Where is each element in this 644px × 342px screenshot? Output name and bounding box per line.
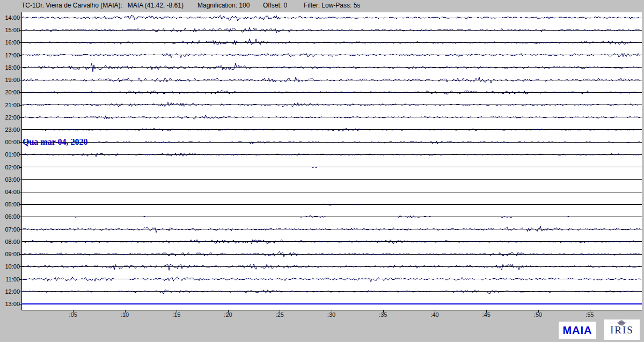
time-label-10:00: 10:00 <box>0 263 20 270</box>
row-tick <box>19 105 21 106</box>
maia-station-logo: MAIA <box>559 322 596 339</box>
minute-tick <box>538 310 539 313</box>
time-label-06:00: 06:00 <box>0 213 20 220</box>
row-tick <box>19 55 21 56</box>
time-label-15:00: 15:00 <box>0 27 20 34</box>
time-label-05:00: 05:00 <box>0 201 20 208</box>
row-tick <box>19 42 21 43</box>
time-label-20:00: 20:00 <box>0 89 20 96</box>
row-tick <box>19 304 21 304</box>
time-label-11:00: 11:00 <box>0 276 20 283</box>
time-label-18:00: 18:00 <box>0 64 20 71</box>
time-label-13:00: 13:00 <box>0 301 20 308</box>
trace-noise-10:00 <box>22 264 640 270</box>
time-label-07:00: 07:00 <box>0 226 20 233</box>
minute-tick <box>280 310 280 313</box>
trace-noise-16:00 <box>28 39 640 44</box>
time-label-04:00: 04:00 <box>0 189 20 196</box>
minute-tick <box>125 310 126 313</box>
time-label-00:00: 00:00 <box>0 139 20 146</box>
row-tick <box>19 229 21 230</box>
row-tick <box>19 217 21 217</box>
helicorder-plot-area[interactable] <box>21 12 642 310</box>
offset-value: Offset: 0 <box>263 2 287 9</box>
filter-value: Filter: Low-Pass: 5s <box>304 2 360 9</box>
minute-tick <box>73 310 74 313</box>
row-tick <box>19 68 21 68</box>
row-tick <box>19 242 21 242</box>
row-tick <box>19 292 21 292</box>
minute-tick <box>435 310 435 313</box>
minute-tick <box>332 310 332 313</box>
time-label-09:00: 09:00 <box>0 251 20 258</box>
station-title: TC-1Dr. Vieira de Carvalho (MAIA): MAIA … <box>21 2 184 9</box>
maia-logo-label: MAIA <box>562 324 592 337</box>
row-tick <box>19 167 21 168</box>
minute-tick <box>383 310 384 313</box>
trace-noise-17:00 <box>22 54 640 58</box>
time-label-01:00: 01:00 <box>0 151 20 158</box>
row-tick <box>19 154 21 155</box>
date-annotation: Qua mar 04, 2020 <box>23 137 87 147</box>
row-tick <box>19 142 21 143</box>
minute-tick <box>486 310 487 313</box>
seismogram-traces <box>22 12 642 310</box>
row-tick <box>19 254 21 255</box>
time-label-14:00: 14:00 <box>0 14 20 21</box>
row-tick <box>19 30 21 31</box>
minute-tick <box>590 310 590 313</box>
time-label-08:00: 08:00 <box>0 239 20 246</box>
time-label-21:00: 21:00 <box>0 102 20 109</box>
time-label-12:00: 12:00 <box>0 288 20 295</box>
helicorder-window: TC-1Dr. Vieira de Carvalho (MAIA): MAIA … <box>0 0 644 342</box>
time-label-02:00: 02:00 <box>0 164 20 171</box>
row-tick <box>19 117 21 118</box>
time-label-23:00: 23:00 <box>0 127 20 133</box>
iris-logo-label: IRIS <box>610 325 634 335</box>
minute-tick <box>228 310 229 313</box>
time-label-17:00: 17:00 <box>0 52 20 59</box>
trace-noise-07:00 <box>22 226 640 233</box>
status-bar: TC-1Dr. Vieira de Carvalho (MAIA): MAIA … <box>0 2 644 11</box>
row-tick <box>19 130 21 130</box>
row-tick <box>19 80 21 80</box>
iris-logo: IRIS <box>604 319 640 340</box>
row-tick <box>19 192 21 192</box>
row-tick <box>19 266 21 267</box>
minute-tick <box>177 310 177 313</box>
time-label-19:00: 19:00 <box>0 77 20 84</box>
magnification-value: Magnification: 100 <box>197 2 250 9</box>
row-tick <box>19 92 21 93</box>
time-label-22:00: 22:00 <box>0 114 20 121</box>
row-tick <box>19 279 21 280</box>
row-tick <box>19 204 21 205</box>
time-label-03:00: 03:00 <box>0 176 20 183</box>
row-tick <box>19 18 21 18</box>
time-label-16:00: 16:00 <box>0 39 20 46</box>
row-tick <box>19 180 21 180</box>
